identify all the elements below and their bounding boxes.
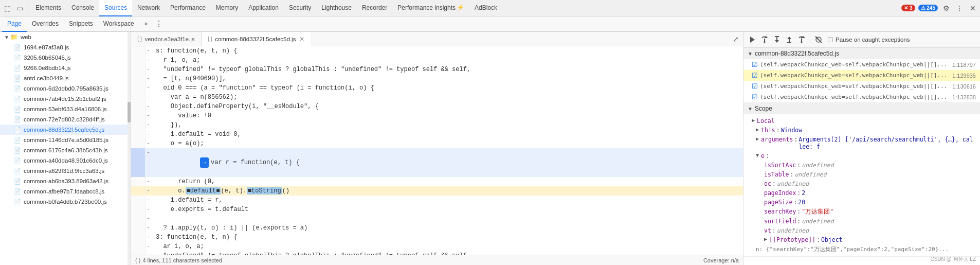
bp-checkbox-0[interactable]: ☑ bbox=[752, 61, 758, 68]
scope-this[interactable]: ▶ this : Window bbox=[743, 126, 980, 135]
sidebar-item-file-13[interactable]: 📄 common-ab6ba393.89d63a42.js bbox=[0, 176, 131, 186]
scope-sortField: sortField : undefined bbox=[743, 217, 980, 226]
sidebar-item-file-12[interactable]: 📄 common-a629f31d.9fcc3a63.js bbox=[0, 166, 131, 176]
bp-line-3: 1:132838 bbox=[952, 94, 976, 100]
code-tab-vendor[interactable]: { } vendor.e3ea3f1e.js bbox=[131, 32, 202, 46]
sidebar-item-file-1[interactable]: 📄 3205.60b65045.js bbox=[0, 52, 131, 63]
sub-tab-snippets[interactable]: Snippets bbox=[64, 16, 98, 32]
tab-elements[interactable]: Elements bbox=[30, 0, 66, 16]
svg-marker-9 bbox=[787, 37, 791, 39]
scope-val-vt: undefined bbox=[777, 227, 809, 234]
scope-n-value: n: {"searchKey":"万达集团","pageIndex":2,"pa… bbox=[743, 244, 980, 254]
sidebar-item-file-3[interactable]: 📄 antd.ce3b0449.js bbox=[0, 73, 131, 83]
sub-tab-page[interactable]: Page bbox=[2, 16, 27, 32]
bp-checkbox-1[interactable]: ☑ bbox=[752, 72, 758, 79]
sidebar-scrollbar-thumb[interactable] bbox=[128, 102, 131, 122]
error-badge: ✕ 3 bbox=[901, 5, 915, 11]
scope-val-isSortAsc: undefined bbox=[802, 162, 833, 169]
bp-text-3: (self.webpackChunkpc_web=self.webpackChu… bbox=[760, 94, 950, 100]
step-over-btn[interactable] bbox=[759, 34, 770, 45]
tab-network[interactable]: Network bbox=[132, 0, 165, 16]
sidebar-item-file-10[interactable]: 📄 common-6176c4a6.38b5c43b.js bbox=[0, 145, 131, 155]
tab-lighthouse[interactable]: Lighthouse bbox=[316, 0, 357, 16]
scope-header[interactable]: ▼ Scope bbox=[743, 103, 980, 114]
tab-memory[interactable]: Memory bbox=[211, 0, 243, 16]
tab-security[interactable]: Security bbox=[284, 0, 316, 16]
bp-checkbox-3[interactable]: ☑ bbox=[752, 93, 758, 101]
code-content[interactable]: - s: function(e, t, n) { - r i, o, a; - … bbox=[131, 46, 743, 255]
code-line-8: - value: !0 bbox=[131, 111, 743, 120]
collapse-triangle-icon: ▼ bbox=[748, 51, 753, 57]
scope-local-group[interactable]: ▶ Local bbox=[743, 116, 980, 126]
tab-application[interactable]: Application bbox=[243, 0, 284, 16]
main-layout: ▼ 📁 web 📄 1694.e87af3a8.js 📄 3205.60b650… bbox=[0, 32, 980, 265]
scope-e[interactable]: ▼ e : bbox=[743, 151, 980, 161]
sidebar-item-file-4[interactable]: 📄 common-6d2ddbd0.795a8635.js bbox=[0, 83, 131, 94]
tab-recorder[interactable]: Recorder bbox=[357, 0, 392, 16]
deactivate-breakpoints-btn[interactable] bbox=[813, 34, 824, 45]
resume-btn[interactable] bbox=[747, 34, 758, 45]
this-expand-icon: ▶ bbox=[756, 127, 759, 134]
scope-key-isSortAsc: isSortAsc bbox=[764, 162, 796, 169]
code-tab-common[interactable]: { } common-88d3322f.5cafec5d.js ✕ bbox=[202, 32, 313, 46]
scope-key-e: e bbox=[761, 152, 765, 160]
sidebar-item-file-11[interactable]: 📄 common-a40dda48.901c6dc0.js bbox=[0, 155, 131, 166]
sidebar-item-file-6[interactable]: 📄 common-53ebf633.d4a16806.js bbox=[0, 104, 131, 114]
sidebar-item-web-folder[interactable]: ▼ 📁 web bbox=[0, 32, 131, 42]
file-icon: 📄 bbox=[13, 115, 22, 123]
close-tab-icon[interactable]: ✕ bbox=[298, 36, 305, 43]
scope-val-this: Window bbox=[781, 127, 803, 134]
tab-performance[interactable]: Performance bbox=[165, 0, 211, 16]
folder-icon: 📁 bbox=[10, 33, 19, 41]
pause-exceptions-label: Pause on caught exceptions bbox=[836, 37, 910, 43]
sidebar-item-file-2[interactable]: 📄 9266.0e8bdb14.js bbox=[0, 63, 131, 73]
breakpoints-header[interactable]: ▼ common-88d3322f.5cafec5d.js bbox=[743, 48, 980, 59]
file-icon: 📄 bbox=[13, 136, 22, 144]
code-line-4: - = [t, n(940690)], bbox=[131, 74, 743, 83]
sidebar-item-file-14[interactable]: 📄 common-afbe97b7.fdaabcc8.js bbox=[0, 186, 131, 197]
scope-vt: vt : undefined bbox=[743, 226, 980, 235]
bp-line-0: 1:118797 bbox=[952, 62, 976, 68]
sidebar-item-file-0[interactable]: 📄 1694.e87af3a8.js bbox=[0, 42, 131, 52]
breakpoint-item-1[interactable]: ☑ (self.webpackChunkpc_web=self.webpackC… bbox=[743, 70, 980, 81]
sidebar-item-file-8[interactable]: 📄 common-88d3322f.5cafec5d.js bbox=[0, 125, 131, 135]
scope-section: ▼ Scope ▶ Local ▶ this : Window bbox=[743, 103, 980, 257]
breakpoint-item-3[interactable]: ☑ (self.webpackChunkpc_web=self.webpackC… bbox=[743, 92, 980, 102]
more-options-icon[interactable]: ⋮ bbox=[954, 3, 965, 13]
scope-val-pageSize: 20 bbox=[798, 199, 805, 206]
scope-prototype[interactable]: ▶ [[Prototype]] : Object bbox=[743, 235, 980, 244]
sidebar-scrollbar[interactable] bbox=[128, 32, 131, 265]
file-icon: 📄 bbox=[13, 156, 22, 165]
sidebar-item-file-5[interactable]: 📄 common-7ab4dc15.2b1cbaf2.js bbox=[0, 94, 131, 104]
inspect-icon[interactable]: ⬚ bbox=[2, 3, 12, 13]
expand-pane-icon[interactable]: ⤢ bbox=[729, 35, 743, 43]
file-icon: 📄 bbox=[13, 146, 22, 154]
selected-text-2: ■toString bbox=[247, 187, 282, 195]
tab-sources[interactable]: Sources bbox=[99, 0, 132, 16]
code-line-18: - ? i.apply(t, o) : i) || (e.exports = a… bbox=[131, 223, 743, 233]
code-line-5: - oid 0 === (a = "function" == typeof (i… bbox=[131, 83, 743, 93]
pause-exceptions-checkbox[interactable]: ☐ bbox=[827, 36, 833, 44]
sidebar-item-file-15[interactable]: 📄 common-b0fa4ddb.b723be00.js bbox=[0, 197, 131, 207]
step-btn[interactable] bbox=[796, 34, 807, 45]
breakpoint-item-2[interactable]: ☑ (self.webpackChunkpc_web=self.webpackC… bbox=[743, 81, 980, 92]
device-icon[interactable]: ▭ bbox=[14, 3, 25, 13]
settings-icon[interactable]: ⚙ bbox=[941, 3, 951, 13]
scope-arguments[interactable]: ▶ arguments : Arguments(2) ['/api/search… bbox=[743, 135, 980, 151]
bp-checkbox-2[interactable]: ☑ bbox=[752, 82, 758, 90]
scope-key-oc: oc bbox=[764, 180, 771, 187]
sidebar-item-file-9[interactable]: 📄 common-1146dd7e.a5d0d185.js bbox=[0, 135, 131, 145]
js-icon-active: { } bbox=[208, 36, 212, 42]
tab-performance-insights[interactable]: Performance insights ⚡ bbox=[392, 0, 469, 16]
breakpoint-item-0[interactable]: ☑ (self.webpackChunkpc_web=self.webpackC… bbox=[743, 59, 980, 70]
close-devtools-icon[interactable]: ✕ bbox=[968, 3, 978, 13]
sidebar-item-file-7[interactable]: 📄 common-72e7d802.c328d4ff.js bbox=[0, 114, 131, 125]
tab-adblock[interactable]: AdBlock bbox=[469, 0, 502, 16]
sub-tab-overrides[interactable]: Overrides bbox=[27, 16, 64, 32]
svg-line-15 bbox=[815, 37, 822, 43]
tab-console[interactable]: Console bbox=[66, 0, 99, 16]
step-out-btn[interactable] bbox=[784, 34, 795, 45]
step-into-btn[interactable] bbox=[771, 34, 783, 45]
file-icon: 📄 bbox=[13, 95, 22, 103]
scope-key-searchKey: searchKey bbox=[764, 208, 796, 216]
